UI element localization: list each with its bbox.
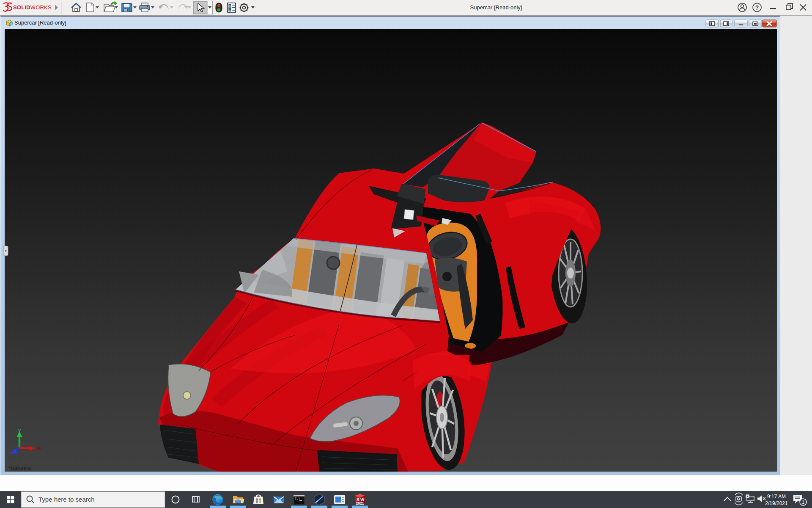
svg-text:1: 1 <box>802 500 804 505</box>
svg-text:*Dimetric: *Dimetric <box>8 466 32 472</box>
svg-text:Y: Y <box>18 428 21 434</box>
svg-text:2021: 2021 <box>356 501 364 505</box>
svg-text:C:\: C:\ <box>295 497 300 500</box>
svg-text:SOLIDWORKS: SOLIDWORKS <box>13 4 52 11</box>
svg-text:?: ? <box>755 4 759 11</box>
